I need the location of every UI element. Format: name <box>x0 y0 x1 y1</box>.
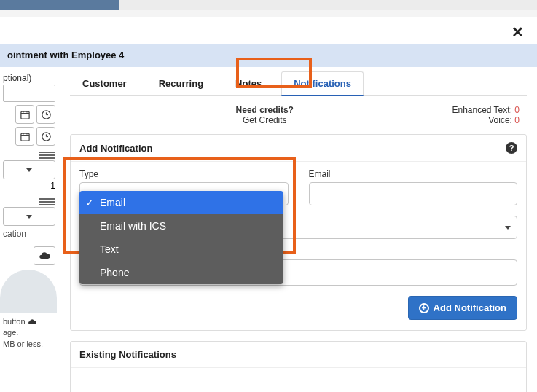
calendar-icon[interactable] <box>15 105 34 124</box>
plus-icon: + <box>419 303 429 313</box>
voice-label: Voice: <box>488 115 512 125</box>
dropdown-option-email[interactable]: Email <box>79 191 283 214</box>
upload-button[interactable] <box>34 246 55 265</box>
help-icon[interactable]: ? <box>506 142 517 154</box>
hint-line: MB or less. <box>3 339 55 350</box>
tab-notes[interactable]: Notes <box>223 71 274 95</box>
tab-customer[interactable]: Customer <box>70 71 139 95</box>
enhanced-text-label: Enhanced Text: <box>452 105 512 115</box>
page-title: ointment with Employee 4 <box>7 50 124 60</box>
panel-title: Add Notification <box>79 143 152 154</box>
need-credits-label: Need credits? <box>77 105 452 115</box>
add-notification-label: Add Notification <box>434 302 506 313</box>
add-notification-button[interactable]: + Add Notification <box>408 296 517 320</box>
dropdown-option-text[interactable]: Text <box>79 238 283 261</box>
dropdown-option-email-ics[interactable]: Email with ICS <box>79 214 283 238</box>
svg-rect-0 <box>20 111 28 119</box>
existing-notifications-panel: Existing Notifications <box>70 341 527 392</box>
hint-line: button <box>3 316 55 327</box>
close-row: ✕ <box>0 17 537 44</box>
existing-title: Existing Notifications <box>79 349 176 360</box>
dropdown[interactable] <box>3 207 55 226</box>
list-icon <box>39 197 55 205</box>
type-dropdown[interactable]: Email Email with ICS Text Phone <box>79 191 283 284</box>
image-placeholder <box>0 270 57 313</box>
calendar-icon[interactable] <box>15 127 34 146</box>
email-input[interactable] <box>309 182 518 205</box>
list-icon <box>39 150 55 159</box>
banner: ointment with Employee 4 <box>0 44 537 67</box>
dropdown-option-phone[interactable]: Phone <box>79 261 283 284</box>
close-icon[interactable]: ✕ <box>511 23 524 41</box>
cation-label: cation <box>3 229 55 239</box>
tab-bar: Customer Recurring Notes Notifications <box>70 71 527 96</box>
value-one: 1 <box>50 181 55 191</box>
svg-rect-7 <box>20 133 28 141</box>
left-sidebar: ptional) 1 cat <box>0 67 58 392</box>
email-label: Email <box>309 169 518 179</box>
tab-recurring[interactable]: Recurring <box>146 71 216 95</box>
credits-row: Need credits? Get Credits Enhanced Text:… <box>70 96 527 128</box>
top-app-bar <box>0 0 537 10</box>
dropdown[interactable] <box>3 160 55 179</box>
enhanced-text-value: 0 <box>514 105 520 115</box>
text-input[interactable] <box>3 85 55 102</box>
voice-value: 0 <box>514 115 520 125</box>
optional-label: ptional) <box>3 70 55 85</box>
tab-notifications[interactable]: Notifications <box>281 71 364 96</box>
toolbar-strip <box>0 10 537 17</box>
clock-icon[interactable] <box>36 105 55 124</box>
get-credits-link[interactable]: Get Credits <box>243 115 287 125</box>
hint-line: age. <box>3 327 55 338</box>
clock-icon[interactable] <box>36 127 55 146</box>
